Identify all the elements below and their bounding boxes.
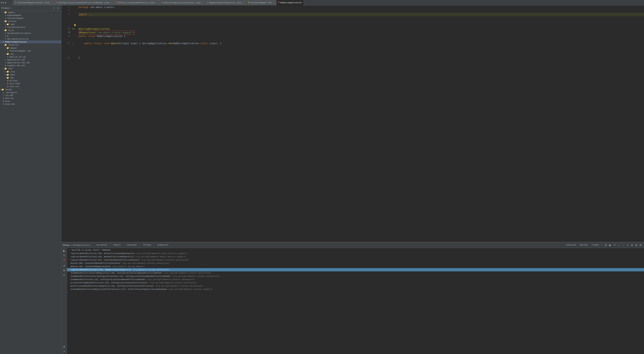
tab-MyBatisApplication[interactable]: M MyBatisApplication xyxy=(276,0,304,6)
settings-side-btn[interactable]: ⚙ xyxy=(62,345,66,349)
stack-frame-3[interactable]: registerBeanDefinition:316, ClassPathBea… xyxy=(67,258,644,262)
restore-layout-btn[interactable]: ☰ xyxy=(604,243,608,247)
tab-close-icon[interactable]: ✕ xyxy=(202,2,203,4)
tree-item-test-html[interactable]: ⊞ test.html xyxy=(0,82,61,85)
debug-tab-endpoints[interactable]: Endpoints xyxy=(156,242,170,248)
tree-item-logback-dev-xml[interactable]: ⊞ logback-dev.xml xyxy=(0,64,61,67)
code-line-15: } xyxy=(78,56,644,60)
debug-tab-overhead[interactable]: Overhead xyxy=(125,242,139,248)
tree-item-utils[interactable]: ▾ 📁 utils xyxy=(0,29,61,32)
line-num-1: 1 xyxy=(62,6,71,9)
tab-close-icon[interactable]: ✕ xyxy=(51,2,52,4)
tree-item-SpringContextUtils[interactable]: C SpringContextUtils xyxy=(0,38,61,40)
tab-DefaultListableBeanFactory[interactable]: C DefaultListableBeanFactory.java ✕ xyxy=(114,0,160,6)
tab-AbstractApplicationContext[interactable]: C AbstractApplicationContext.java ✕ xyxy=(160,0,206,6)
tree-item-R[interactable]: C R xyxy=(0,35,61,38)
tree-item-HELP-md[interactable]: ⊞ HELP.md xyxy=(0,97,61,100)
tab-ConfigurationClassBeanDefinitionReader[interactable]: C ConfigurationClassBeanDefinitionReader… xyxy=(54,0,114,6)
tree-item-TestUserMapper[interactable]: C TestUserMapper xyxy=(0,17,61,20)
code-line-13 xyxy=(78,49,644,52)
evaluate-btn[interactable]: ⊕ xyxy=(630,243,634,247)
tree-item-pack[interactable]: ► 📁 pack xyxy=(0,73,61,76)
tree-item-test[interactable]: ▾ 📁 test xyxy=(0,67,61,70)
tree-item-DataScopeInterceptor[interactable]: C DataScopeInterceptor xyxy=(0,32,61,35)
tree-item-mvnw-cmd[interactable]: ⊞ mvnw.cmd xyxy=(0,103,61,106)
stack-frame-2[interactable]: registerBeanDefinition:149, BeanDefiniti… xyxy=(67,255,644,258)
tree-item-impl[interactable]: ► 📁 impl xyxy=(0,23,61,26)
stack-frame-5[interactable]: doScan:163, ClassPathMapperScanner (org.… xyxy=(67,265,644,268)
tree-item-58-html[interactable]: ⊞ 58.html xyxy=(0,79,61,82)
stop-side-btn[interactable]: ■ xyxy=(62,258,66,262)
stack-frame-7[interactable]: loadBeanDefinitionsFromRegistrars:359, C… xyxy=(67,272,644,275)
step-into-btn[interactable]: ↓ xyxy=(617,243,621,247)
debug-session-name[interactable]: DocApplication xyxy=(73,244,89,246)
debug-session-close[interactable]: ✕ xyxy=(90,244,91,246)
grid-view-btn[interactable]: ⊞ xyxy=(634,243,638,247)
stack-frame-9[interactable]: loadBeanDefinitions:116, ConfigurationCl… xyxy=(67,278,644,281)
tree-item-tmp[interactable]: ▾ 📁 tmp xyxy=(0,76,61,79)
debug-tab-console[interactable]: ⊞ Console xyxy=(564,242,578,248)
debug-tab-frames[interactable]: Frames xyxy=(590,242,601,248)
tree-item-MyBaseMapper[interactable]: C MyBaseMapper xyxy=(0,14,61,17)
tab-close-icon[interactable]: ✕ xyxy=(273,2,274,4)
toggle-breakpoints-btn[interactable]: ⊗ xyxy=(62,268,66,272)
rerun-side-btn[interactable]: ↺ xyxy=(62,264,66,268)
gear-icon[interactable]: ⊞ xyxy=(3,1,4,4)
tab-TestUserMapper[interactable]: X TestUserMapper.xml ✕ xyxy=(246,0,276,6)
stack-frame-11[interactable]: postProcessBeanDefinitionRegistry:228, C… xyxy=(67,284,644,288)
tree-item-mapper[interactable]: ▾ 📁 mapper xyxy=(0,11,61,14)
tree-item-MyBatisApplication[interactable]: M MyBatisApplication xyxy=(0,40,61,44)
step-icon[interactable]: ⊕ xyxy=(74,28,75,30)
stack-frame-8[interactable]: loadBeanDefinitionsForConfigurationClass… xyxy=(67,275,644,278)
stack-method-text: registerBeanDefinition:316, ClassPathBea… xyxy=(70,259,141,261)
tree-item-123-pdf[interactable]: ⊞ 123.pdf xyxy=(0,94,61,97)
resume-side-btn[interactable]: ▶ xyxy=(62,249,66,253)
tree-item-TestUserService[interactable]: C TestUserService xyxy=(0,26,61,29)
html-icon: ⊞ xyxy=(7,82,8,85)
run-line-icon[interactable]: ▶ xyxy=(72,28,74,30)
stack-frame-10[interactable]: processConfigBeanDefinitions:320, Config… xyxy=(67,281,644,284)
resume-btn[interactable]: ▶ xyxy=(608,243,612,247)
debug-tab-watches[interactable]: Watches xyxy=(578,242,590,248)
stack-frame-12[interactable]: invokeBeanDefinitionRegistryPostProcesso… xyxy=(67,288,644,291)
code-editor[interactable]: package com.admin.crawler; import ... @S… xyxy=(78,6,644,242)
tree-item-TestUserMapper-xml[interactable]: ✦ TestUserMapper.xml xyxy=(0,50,61,52)
debug-tab-threads[interactable]: Threads xyxy=(141,242,153,248)
debug-tab-variables[interactable]: Variables xyxy=(94,242,109,248)
folder-icon: 📁 xyxy=(6,23,9,26)
tab-close-icon[interactable]: ✕ xyxy=(156,2,158,4)
debug-tab-memory[interactable]: Memory xyxy=(111,242,123,248)
tree-item-gitignore[interactable]: ⊞ .gitignore xyxy=(0,91,61,94)
pause-side-btn[interactable]: ⏸ xyxy=(62,253,66,257)
tree-item-test-tsh[interactable]: ⊞ test.tsh xyxy=(0,85,61,88)
settings-icon[interactable]: ⚙ xyxy=(56,6,60,10)
project-dropdown-icon[interactable]: ▾ xyxy=(11,7,12,9)
step-out-btn[interactable]: ↑ xyxy=(621,243,625,247)
mute-breakpoints-btn[interactable]: ⊙ xyxy=(62,273,66,277)
run-to-cursor-btn[interactable]: ↵ xyxy=(626,243,630,247)
stack-frame-4[interactable]: doScan:288, ClassPathBeanDefinitionScann… xyxy=(67,262,644,265)
tree-item-2021_01_18-sql[interactable]: ⊞ 2021_01_18.sql xyxy=(0,56,61,58)
tab-ClassPathMapperScanner[interactable]: C ClassPathMapperScanner.java ✕ xyxy=(13,0,54,6)
settings-debug-btn[interactable]: ⚙ xyxy=(638,243,642,247)
tree-item-sql[interactable]: ▾ 📁 sql xyxy=(0,52,61,56)
collapse-all-icon[interactable]: ≡ xyxy=(52,6,56,10)
stack-frame-1[interactable]: registerBeanDefinition:796, DefaultLista… xyxy=(67,252,644,255)
tab-close-icon[interactable]: ✕ xyxy=(243,2,244,4)
run-icon[interactable]: ⚙ xyxy=(5,1,6,4)
tree-item-mapper-res[interactable]: ▾ 📁 mapper xyxy=(0,46,61,50)
tab-MapperScannerRegistrar[interactable]: C MapperScannerRegistrar.java ✕ xyxy=(205,0,246,6)
tree-item-target[interactable]: ► 📁 target xyxy=(0,88,61,91)
tree-item-mvnw[interactable]: ⊞ mvnw xyxy=(0,100,61,103)
step-over-btn[interactable]: ↷ xyxy=(612,243,616,247)
tab-close-icon[interactable]: ✕ xyxy=(111,2,112,4)
tree-item-resources[interactable]: ▾ 📁 resources xyxy=(0,44,61,46)
close-side-btn[interactable]: ↗ xyxy=(62,349,66,353)
tree-item-application-dev-yml[interactable]: ⊞ application-dev.yml xyxy=(0,61,61,64)
tree-item-application-yml[interactable]: ⊞ application.yml xyxy=(0,58,61,61)
stack-frame-6-selected[interactable]: registerBeanDefinitions:104, MapperScann… xyxy=(67,268,644,272)
tree-item-service[interactable]: ▾ 📁 service xyxy=(0,20,61,23)
tree-item-java-test[interactable]: ► 📁 java xyxy=(0,70,61,73)
expand-icon[interactable]: ▶ xyxy=(72,42,74,44)
settings-icon[interactable]: ⚙ xyxy=(1,1,2,4)
